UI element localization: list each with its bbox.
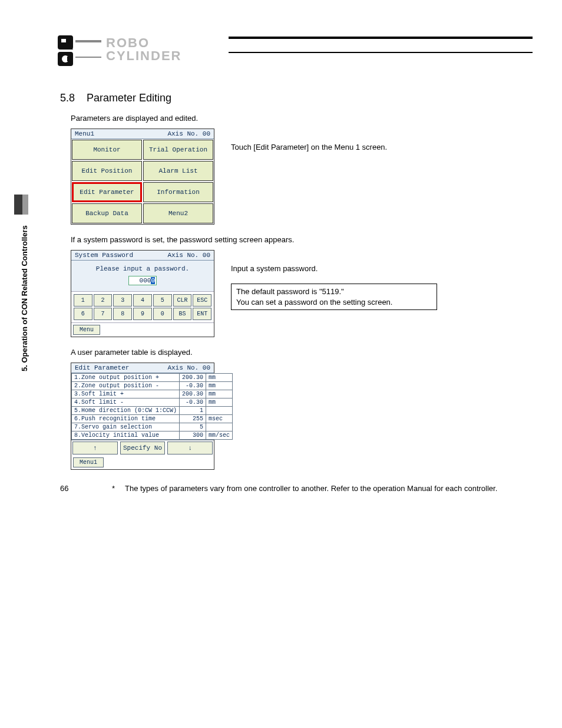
param-panel: Edit Parameter Axis No. 00 1.Zone output… (71, 363, 214, 470)
menu1-axis: Axis No. 00 (167, 130, 210, 137)
password-axis: Axis No. 00 (167, 252, 210, 259)
keypad-key[interactable]: ESC (193, 294, 211, 307)
menu1-caption: Touch [Edit Parameter] on the Menu 1 scr… (231, 129, 387, 151)
keypad-key[interactable]: 3 (113, 294, 132, 307)
password-note-line1: The default password is "5119." (236, 286, 432, 297)
menu1-cell[interactable]: Information (143, 182, 213, 202)
svg-rect-2 (61, 44, 65, 50)
param-title: Edit Parameter (75, 364, 129, 371)
section-title: Parameter Editing (87, 92, 171, 104)
keypad-key[interactable]: 7 (94, 308, 113, 320)
param-label: 7.Servo gain selection (72, 423, 180, 431)
menu1-title: Menu1 (75, 130, 94, 137)
keypad-key[interactable]: 9 (133, 308, 152, 320)
param-value: -0.30 (180, 398, 206, 407)
keypad-key[interactable]: 5 (153, 294, 172, 307)
param-label: 6.Push recognition time (72, 415, 180, 423)
password-message: Please input a password. (71, 261, 214, 275)
section-heading: 5.8 Parameter Editing (60, 92, 509, 104)
brand-header: ROBO CYLINDER (58, 35, 509, 68)
param-label: 5.Home direction (0:CW 1:CCW) (72, 407, 180, 415)
param-value: 255 (180, 415, 206, 423)
menu1-cell[interactable]: Backup Data (72, 203, 142, 223)
keypad-key[interactable]: 0 (153, 308, 172, 320)
page-number: 66 (60, 484, 68, 493)
param-value: 5 (180, 423, 206, 431)
param-unit (206, 407, 233, 415)
password-note: The default password is "5119." You can … (231, 284, 437, 310)
password-caption: Input a system password. (231, 250, 437, 273)
menu1-panel: Menu1 Axis No. 00 MonitorTrial Operation… (71, 129, 214, 225)
table-row[interactable]: 3.Soft limit +200.30mm (72, 390, 233, 398)
password-panel: System Password Axis No. 00 Please input… (71, 250, 214, 337)
keypad-key[interactable]: 2 (94, 294, 113, 307)
password-intro: If a system password is set, the passwor… (71, 235, 509, 244)
menu1-cell[interactable]: Menu2 (143, 203, 213, 223)
keypad-key[interactable]: 6 (74, 308, 92, 320)
param-nav-specify[interactable]: Specify No (120, 442, 166, 454)
param-menu-button[interactable]: Menu1 (73, 457, 104, 467)
table-row[interactable]: 6.Push recognition time255msec (72, 415, 233, 423)
table-row[interactable]: 8.Velocity initial value300mm/sec (72, 431, 233, 440)
footnote-marker: * (112, 484, 118, 493)
param-unit: mm/sec (206, 431, 233, 440)
table-intro: A user parameter table is displayed. (71, 348, 509, 357)
keypad-key[interactable]: 1 (74, 294, 92, 307)
param-label: 4.Soft limit - (72, 398, 180, 407)
param-nav-down[interactable]: ↓ (167, 442, 213, 454)
password-note-line2: You can set a password on the setting sc… (236, 297, 432, 308)
footnote: * The types of parameters vary from one … (112, 484, 509, 493)
keypad-key[interactable]: ENT (193, 308, 211, 320)
svg-rect-1 (61, 39, 66, 42)
keypad-key[interactable]: CLR (173, 294, 192, 307)
table-row[interactable]: 2.Zone output position --0.30mm (72, 382, 233, 390)
param-unit: mm (206, 398, 233, 407)
keypad-key[interactable]: 4 (133, 294, 152, 307)
table-row[interactable]: 7.Servo gain selection5 (72, 423, 233, 431)
keypad-key[interactable]: 8 (113, 308, 132, 320)
footnote-text: The types of parameters vary from one co… (125, 484, 497, 493)
menu1-cell[interactable]: Alarm List (143, 161, 213, 181)
svg-rect-7 (75, 57, 101, 58)
param-nav-up[interactable]: ↑ (72, 442, 118, 454)
param-unit: mm (206, 374, 233, 382)
param-unit: mm (206, 390, 233, 398)
param-unit (206, 423, 233, 431)
password-value-prefix: 000 (140, 277, 151, 284)
param-label: 1.Zone output position + (72, 374, 180, 382)
logo-text-line2: CYLINDER (106, 50, 181, 62)
param-label: 3.Soft limit + (72, 390, 180, 398)
param-label: 2.Zone output position - (72, 382, 180, 390)
svg-rect-5 (67, 57, 73, 61)
param-value: 200.30 (180, 374, 206, 382)
menu1-cell[interactable]: Edit Position (72, 161, 142, 181)
chapter-tab: 5. Operation of CON Related Controllers (0, 195, 29, 371)
password-field[interactable]: 0000 (128, 276, 157, 285)
password-value-cursor: 0 (151, 277, 155, 284)
chapter-tab-label: 5. Operation of CON Related Controllers (20, 225, 29, 371)
param-value: 1 (180, 407, 206, 415)
param-value: -0.30 (180, 382, 206, 390)
menu1-cell[interactable]: Monitor (72, 140, 142, 160)
param-label: 8.Velocity initial value (72, 431, 180, 440)
menu1-cell[interactable]: Edit Parameter (72, 182, 142, 202)
rc-logo-icon (58, 35, 104, 67)
password-menu-button[interactable]: Menu (73, 325, 100, 335)
param-value: 300 (180, 431, 206, 440)
param-value: 200.30 (180, 390, 206, 398)
section-number: 5.8 (60, 92, 84, 104)
param-unit: mm (206, 382, 233, 390)
table-row[interactable]: 1.Zone output position +200.30mm (72, 374, 233, 382)
logo-text-line1: ROBO (106, 37, 181, 50)
param-axis: Axis No. 00 (167, 364, 210, 371)
table-row[interactable]: 5.Home direction (0:CW 1:CCW)1 (72, 407, 233, 415)
table-row[interactable]: 4.Soft limit --0.30mm (72, 398, 233, 407)
keypad-key[interactable]: BS (173, 308, 192, 320)
menu1-cell[interactable]: Trial Operation (143, 140, 213, 160)
password-title: System Password (75, 252, 133, 259)
intro-text: Parameters are displayed and edited. (71, 114, 509, 123)
param-unit: msec (206, 415, 233, 423)
svg-rect-6 (75, 40, 101, 42)
